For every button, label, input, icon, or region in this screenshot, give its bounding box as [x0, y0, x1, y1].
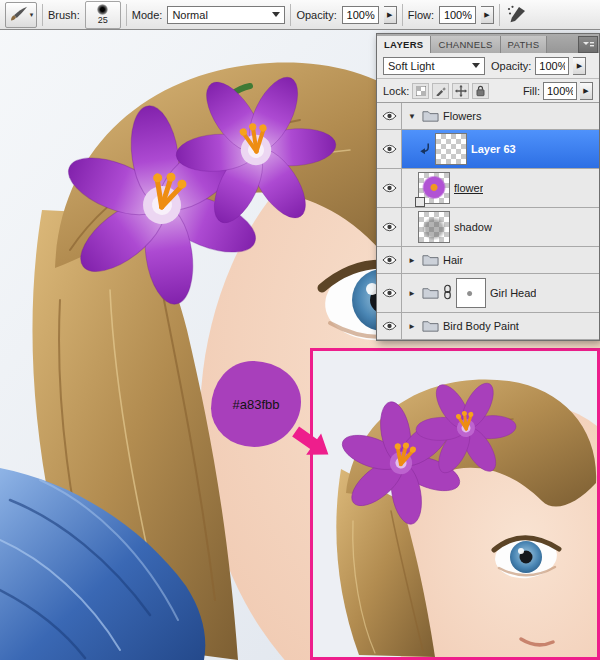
panel-tab-bar: LAYERS CHANNELS PATHS [377, 34, 599, 53]
folder-icon [422, 253, 439, 268]
inset-artwork [313, 351, 597, 657]
eye-icon [382, 321, 397, 331]
chevron-down-icon [272, 12, 280, 17]
panel-menu-button[interactable] [578, 36, 598, 53]
divider [402, 4, 403, 26]
divider [42, 4, 43, 26]
lock-transparency-button[interactable] [412, 83, 429, 99]
mode-value: Normal [172, 9, 266, 21]
chevron-down-icon [472, 63, 480, 68]
blend-mode-select[interactable]: Soft Light [383, 57, 485, 75]
color-hex-label: #a83fbb [233, 397, 280, 412]
lock-all-button[interactable] [472, 83, 489, 99]
expand-triangle-icon[interactable]: ► [406, 322, 418, 331]
flow-input[interactable] [439, 6, 476, 24]
eye-icon [382, 144, 397, 154]
lock-pixels-button[interactable] [432, 83, 449, 99]
fill-arrow[interactable]: ▶ [580, 82, 593, 100]
tool-preset-arrow-icon: ▾ [30, 11, 34, 19]
divider [126, 4, 127, 26]
visibility-toggle[interactable] [377, 130, 402, 168]
tab-layers[interactable]: LAYERS [377, 36, 431, 53]
visibility-toggle[interactable] [377, 103, 402, 129]
layer-opacity-input[interactable] [535, 57, 569, 75]
tab-bar-filler [547, 34, 578, 53]
brush-tool-icon [9, 5, 29, 25]
mode-label: Mode: [132, 9, 163, 21]
layer-row-shadow[interactable]: shadow [377, 208, 599, 247]
link-mask-icon[interactable] [443, 284, 452, 302]
layer-row-girl-head[interactable]: ► Girl Head [377, 274, 599, 313]
eye-icon [382, 183, 397, 193]
eye-icon [382, 222, 397, 232]
layer-list: ▼ Flowers [377, 103, 599, 340]
layer-row-flowers[interactable]: ▼ Flowers [377, 103, 599, 130]
layer-thumbnail[interactable] [418, 211, 450, 243]
layer-badge-icon [415, 197, 425, 207]
visibility-toggle[interactable] [377, 208, 402, 246]
layer-name: flower [454, 182, 483, 194]
annotation-arrow-icon [286, 417, 338, 469]
layer-row-layer-63[interactable]: Layer 63 [377, 130, 599, 169]
eye-icon [382, 288, 397, 298]
fill-input[interactable] [543, 82, 577, 100]
layer-row-hair[interactable]: ► Hair [377, 247, 599, 274]
layer-opacity-arrow[interactable]: ▶ [573, 57, 586, 75]
flow-slider-arrow[interactable]: ▶ [481, 6, 494, 24]
opacity-label: Opacity: [296, 9, 336, 21]
visibility-toggle[interactable] [377, 247, 402, 273]
layer-name: Flowers [443, 110, 482, 122]
tab-channels[interactable]: CHANNELS [431, 36, 500, 53]
fill-label: Fill: [523, 85, 540, 97]
flow-label: Flow: [408, 9, 434, 21]
divider [499, 4, 500, 26]
layers-panel: LAYERS CHANNELS PATHS Soft Light [376, 33, 600, 341]
blend-mode-value: Soft Light [388, 60, 466, 72]
tab-paths[interactable]: PATHS [501, 36, 548, 53]
airbrush-toggle[interactable] [505, 4, 529, 26]
layer-row-bird-body-paint[interactable]: ► Bird Body Paint [377, 313, 599, 340]
opacity-input[interactable] [342, 6, 379, 24]
layer-opacity-label: Opacity: [491, 60, 531, 72]
brush-tip-icon [97, 4, 108, 15]
layer-row-flower[interactable]: flower [377, 169, 599, 208]
lock-row: Lock: [377, 79, 599, 103]
expand-triangle-icon[interactable]: ► [406, 289, 418, 298]
mask-thumbnail[interactable] [456, 278, 486, 308]
layer-name: Girl Head [490, 287, 536, 299]
divider [290, 4, 291, 26]
layer-thumbnail[interactable] [435, 133, 467, 165]
eye-icon [382, 255, 397, 265]
brush-preset-picker[interactable]: 25 [85, 1, 121, 29]
visibility-toggle[interactable] [377, 274, 402, 312]
inset-preview [310, 348, 600, 660]
layer-name: Hair [443, 254, 463, 266]
clipping-mask-icon [418, 142, 431, 157]
folder-icon [422, 109, 439, 124]
visibility-toggle[interactable] [377, 313, 402, 339]
folder-icon [422, 319, 439, 334]
layer-name: shadow [454, 221, 492, 233]
blend-mode-row: Soft Light Opacity: ▶ [377, 53, 599, 79]
layer-name: Bird Body Paint [443, 320, 519, 332]
brush-label: Brush: [48, 9, 80, 21]
layer-thumbnail[interactable] [418, 172, 450, 204]
expand-triangle-icon[interactable]: ▼ [406, 112, 418, 121]
folder-icon [422, 286, 439, 301]
opacity-slider-arrow[interactable]: ▶ [384, 6, 397, 24]
lock-position-button[interactable] [452, 83, 469, 99]
photoshop-window: ▾ Brush: 25 Mode: Normal Opacity: ▶ Flow… [0, 0, 600, 660]
brush-size-value: 25 [98, 16, 108, 25]
brush-tool-button[interactable]: ▾ [5, 2, 37, 28]
expand-triangle-icon[interactable]: ► [406, 256, 418, 265]
visibility-toggle[interactable] [377, 169, 402, 207]
mode-select[interactable]: Normal [167, 6, 285, 24]
lock-label: Lock: [383, 85, 409, 97]
eye-icon [382, 111, 397, 121]
layer-name: Layer 63 [471, 143, 516, 155]
options-bar: ▾ Brush: 25 Mode: Normal Opacity: ▶ Flow… [0, 0, 600, 30]
